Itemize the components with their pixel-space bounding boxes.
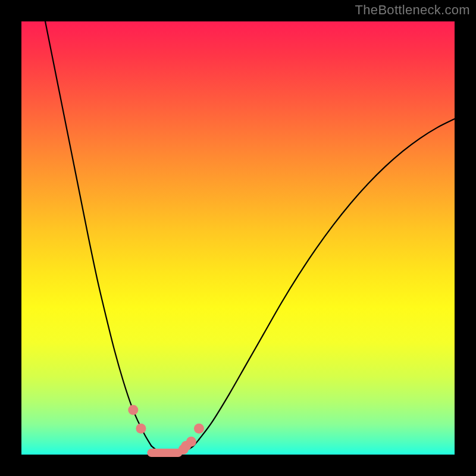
marker-dot xyxy=(194,424,204,434)
marker-dot xyxy=(128,405,138,415)
marker-dot xyxy=(136,424,146,434)
chart-svg xyxy=(21,21,455,455)
marker-dot xyxy=(186,437,196,447)
watermark-text: TheBottleneck.com xyxy=(355,2,470,18)
curve-left-branch xyxy=(45,21,151,446)
curve-right-branch xyxy=(199,119,455,440)
chart-frame: TheBottleneck.com xyxy=(0,0,476,476)
